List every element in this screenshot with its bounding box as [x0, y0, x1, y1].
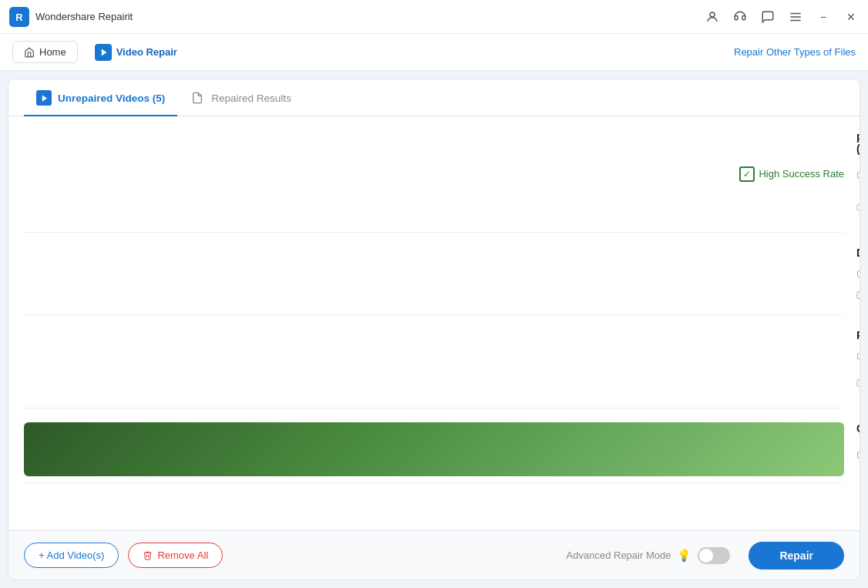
folder-icon-1 — [856, 203, 860, 212]
advanced-mode-label: Advanced Repair Mode — [567, 549, 671, 561]
remove-all-button[interactable]: Remove All — [128, 543, 223, 568]
tab-repaired[interactable]: Repaired Results — [177, 79, 304, 116]
video-meta-3: 86.25 MB 00:00:56 Missing Missing — [856, 346, 860, 368]
app-name: Wondershare Repairit — [35, 11, 705, 22]
video-name-1: pexels-taryn-elliott-6051471 (540p)_1_15… — [856, 130, 860, 155]
home-icon — [24, 47, 35, 58]
folder-icon-2 — [856, 291, 860, 300]
success-icon-1: ✓ — [739, 166, 755, 182]
svg-point-2 — [710, 12, 715, 17]
file-icon-3 — [856, 351, 860, 361]
file-icon-1 — [856, 170, 860, 180]
info-icon: 💡 — [677, 549, 691, 563]
menu-icon[interactable] — [788, 9, 803, 25]
success-label-1: High Success Rate — [759, 168, 844, 180]
svg-marker-7 — [42, 95, 46, 101]
home-nav-button[interactable]: Home — [12, 41, 78, 63]
video-repair-nav[interactable]: Video Repair — [84, 39, 188, 66]
navbar: Home Video Repair Repair Other Types of … — [0, 34, 868, 71]
svg-marker-6 — [101, 49, 106, 55]
chat-icon[interactable] — [760, 9, 775, 25]
video-meta-2: 152.70 MB 00:01:11 1502 x 774 Missing — [856, 264, 860, 285]
video-item-3: Playful Dogs During Winter Season.mkv 86… — [24, 315, 844, 408]
video-name-2: Dali-60-20000-AAC(Apower).asf — [856, 247, 860, 259]
repair-button[interactable]: Repair — [749, 542, 844, 570]
file-icon-2 — [856, 269, 860, 279]
main-panel: Unrepaired Videos (5) Repaired Results p… — [8, 79, 860, 580]
repair-other-link[interactable]: Repair Other Types of Files — [734, 46, 856, 58]
meta-size-3: 86.25 MB — [856, 346, 860, 368]
titlebar: R Wondershare Repairit − ✕ — [0, 0, 868, 34]
titlebar-controls: − ✕ — [705, 9, 859, 25]
folder-icon-3 — [856, 378, 860, 388]
advanced-mode-container: Advanced Repair Mode 💡 — [567, 547, 731, 564]
video-info-2: Dali-60-20000-AAC(Apower).asf 152.70 MB … — [856, 247, 860, 301]
video-item-4: Cloud Formation Video.avi 13.01 MB 00:00… — [24, 408, 844, 483]
trash-icon — [143, 550, 153, 560]
meta-size-2: 152.70 MB — [856, 264, 860, 285]
video-info-3: Playful Dogs During Winter Season.mkv 86… — [856, 329, 860, 394]
headset-icon[interactable] — [732, 9, 748, 25]
close-button[interactable]: ✕ — [843, 9, 859, 25]
video-meta-1: 34.49 MB 00:00:19 3840 x 2160 Missing — [856, 160, 860, 192]
home-label: Home — [39, 46, 66, 58]
account-icon[interactable] — [705, 9, 720, 25]
video-thumbnail-4 — [24, 422, 844, 476]
advanced-mode-toggle[interactable] — [698, 547, 730, 564]
svg-text:R: R — [15, 12, 23, 23]
video-name-4: Cloud Formation Video.avi — [856, 422, 860, 435]
unrepaired-tab-label: Unrepaired Videos (5) — [58, 92, 165, 104]
video-info-4: Cloud Formation Video.avi 13.01 MB 00:00… — [856, 422, 860, 472]
video-list: pexels-taryn-elliott-6051471 (540p)_1_15… — [8, 116, 860, 531]
meta-size-1: 34.49 MB — [856, 165, 860, 186]
video-item-2: Dali-60-20000-AAC(Apower).asf 152.70 MB … — [24, 233, 844, 315]
bottom-bar: + Add Video(s) Remove All Advanced Repai… — [8, 530, 860, 580]
video-meta-4: 13.01 MB 00:00:59 1920 x 1080 Missing — [856, 439, 860, 472]
high-success-badge-1: ✓ High Success Rate — [739, 166, 844, 182]
minimize-button[interactable]: − — [816, 9, 831, 25]
video-repair-icon — [95, 44, 112, 61]
tab-unrepaired[interactable]: Unrepaired Videos (5) — [24, 79, 177, 116]
repaired-tab-icon — [190, 90, 205, 106]
video-repair-label: Video Repair — [116, 46, 177, 58]
remove-all-label: Remove All — [157, 549, 208, 561]
video-item-1: pexels-taryn-elliott-6051471 (540p)_1_15… — [24, 116, 844, 233]
video-path-2: C:\Users\ws\Videos\Dali-60-20000-AAC(Apo… — [856, 290, 860, 301]
video-info-1: pexels-taryn-elliott-6051471 (540p)_1_15… — [856, 130, 860, 218]
tabs-container: Unrepaired Videos (5) Repaired Results — [8, 79, 860, 116]
unrepaired-tab-icon — [36, 90, 52, 106]
video-path-3: C:\Users\ws\Videos\Playful Dogs During W… — [856, 372, 860, 394]
add-video-button[interactable]: + Add Video(s) — [24, 543, 119, 568]
video-name-3: Playful Dogs During Winter Season.mkv — [856, 329, 860, 341]
meta-size-4: 13.01 MB — [856, 445, 860, 466]
app-logo: R — [9, 7, 29, 27]
file-icon-4 — [856, 450, 860, 460]
repaired-tab-label: Repaired Results — [211, 92, 291, 104]
video-path-1: C:\Users\ws\Videos\pexels-taryn-elliott-… — [856, 197, 860, 218]
